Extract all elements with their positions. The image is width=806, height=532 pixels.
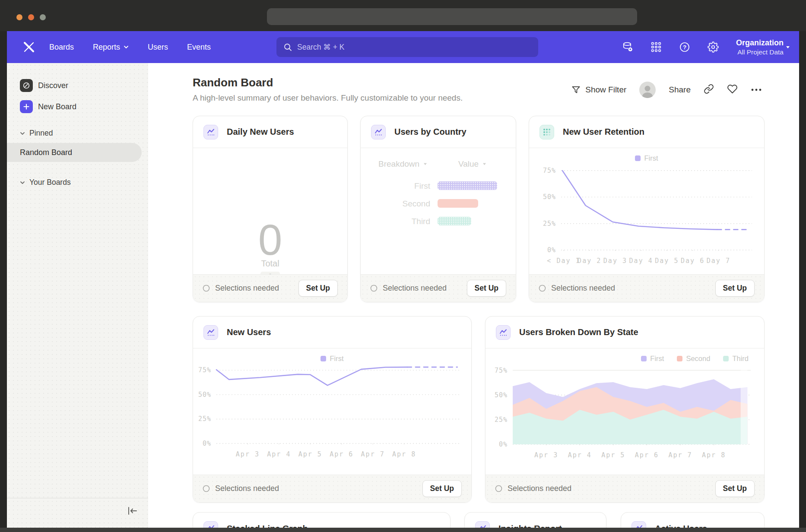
board-actions: Show Filter Share	[571, 82, 762, 98]
sidebar-item-label: Discover	[38, 81, 68, 90]
value-dropdown[interactable]: Value	[458, 159, 487, 169]
card-footer: Selections needed Set Up	[529, 274, 764, 302]
sidebar-section-label: Your Boards	[29, 178, 71, 187]
status-text: Selections needed	[203, 484, 279, 493]
org-switcher[interactable]: Organization All Project Data	[736, 38, 793, 56]
minimize-window-button[interactable]	[28, 14, 34, 20]
svg-text:50%: 50%	[543, 193, 556, 201]
card-new-user-retention: New User Retention First 0%25%50%75%< Da…	[529, 116, 765, 302]
bar-second	[438, 199, 478, 208]
new-users-chart: 0%25%50%75%Apr 3Apr 4Apr 5Apr 6Apr 7Apr …	[193, 349, 471, 476]
help-icon[interactable]: ?	[679, 41, 690, 53]
card-header: Insights Report	[465, 513, 606, 528]
card-title: Users by Country	[394, 127, 466, 137]
sidebar-item-discover[interactable]: Discover	[20, 79, 68, 92]
data-management-icon[interactable]	[622, 41, 633, 53]
search-placeholder: Search ⌘ + K	[297, 43, 344, 52]
sidebar-section-pinned[interactable]: Pinned	[20, 129, 53, 138]
show-filter-button[interactable]: Show Filter	[571, 85, 626, 95]
line-chart-icon	[371, 125, 386, 139]
status-text: Selections needed	[370, 284, 447, 293]
svg-text:Apr 8: Apr 8	[702, 451, 726, 459]
window-bottom-edge	[0, 528, 806, 532]
svg-text:Apr 4: Apr 4	[267, 450, 291, 458]
avatar[interactable]	[639, 82, 656, 98]
svg-text:Apr 8: Apr 8	[392, 450, 416, 458]
show-filter-label: Show Filter	[585, 85, 626, 95]
bar-label: Second	[374, 199, 430, 209]
svg-text:?: ?	[683, 44, 686, 51]
setup-button[interactable]: Set Up	[422, 480, 462, 497]
setup-button[interactable]: Set Up	[298, 280, 338, 297]
apps-grid-icon[interactable]	[651, 41, 662, 53]
sidebar-item-label: New Board	[38, 102, 76, 111]
board-subtitle: A high-level summary of user behaviors. …	[193, 93, 463, 103]
chevron-down-icon	[423, 162, 428, 165]
sidebar-item-random-board[interactable]: Random Board	[7, 143, 142, 162]
metric-value: 0	[193, 217, 347, 262]
chevron-down-icon	[785, 45, 790, 49]
sidebar: Discover New Board Pinned Random Board Y…	[7, 63, 148, 528]
card-users-by-state: Users Broken Down By State FirstSecondTh…	[485, 316, 765, 503]
favorite-heart-icon[interactable]	[727, 84, 738, 96]
more-options-icon[interactable]	[751, 86, 762, 94]
card-header: Active Users	[621, 513, 764, 528]
card-header: New Users	[193, 317, 471, 348]
nav-item-reports[interactable]: Reports	[93, 43, 129, 52]
search-icon	[283, 43, 292, 51]
bar-label: Third	[374, 217, 430, 226]
card-title: Insights Report	[498, 524, 562, 528]
retention-grid-icon	[539, 125, 554, 139]
setup-button[interactable]: Set Up	[715, 280, 755, 297]
sidebar-item-new-board[interactable]: New Board	[20, 100, 76, 113]
share-button[interactable]: Share	[669, 85, 691, 95]
settings-gear-icon[interactable]	[708, 41, 719, 53]
nav-item-users[interactable]: Users	[148, 43, 168, 52]
mixpanel-logo-icon[interactable]	[22, 41, 35, 54]
nav-item-label: Events	[187, 43, 211, 52]
line-chart-icon	[631, 521, 646, 528]
plus-icon	[20, 100, 33, 113]
card-stacked-line-graph: Stacked Line Graph	[193, 512, 451, 528]
bar-first	[438, 181, 497, 190]
line-chart-icon	[475, 521, 490, 528]
svg-text:Day 3: Day 3	[603, 257, 627, 265]
page-title: Random Board	[193, 76, 273, 89]
copy-link-icon[interactable]	[704, 84, 714, 96]
svg-text:Apr 5: Apr 5	[298, 450, 322, 458]
nav-item-label: Reports	[93, 43, 120, 52]
sidebar-item-label: Random Board	[20, 148, 72, 157]
svg-text:0%: 0%	[499, 440, 508, 448]
close-window-button[interactable]	[16, 14, 22, 20]
line-chart-icon	[203, 325, 218, 340]
nav-item-events[interactable]: Events	[187, 43, 211, 52]
retention-chart: 0%25%50%75%< Day 1Day 2Day 3Day 4Day 5Da…	[529, 149, 763, 276]
collapse-sidebar-icon[interactable]	[127, 506, 139, 516]
search-input[interactable]: Search ⌘ + K	[276, 37, 538, 57]
svg-text:75%: 75%	[495, 366, 508, 374]
nav-item-boards[interactable]: Boards	[49, 43, 74, 52]
breakdown-dropdown[interactable]: Breakdown	[378, 159, 428, 169]
breakdown-label: Breakdown	[378, 159, 419, 169]
chevron-down-icon	[20, 181, 25, 184]
url-bar[interactable]	[267, 8, 637, 25]
zoom-window-button[interactable]	[40, 14, 46, 20]
card-header: Daily New Users	[193, 116, 347, 148]
svg-text:Apr 6: Apr 6	[330, 450, 353, 458]
svg-text:Day 2: Day 2	[578, 257, 601, 265]
card-header: Users by Country	[361, 116, 516, 148]
svg-text:50%: 50%	[198, 390, 211, 398]
svg-text:0%: 0%	[203, 440, 211, 447]
sidebar-section-your-boards[interactable]: Your Boards	[20, 178, 71, 187]
status-circle-icon	[370, 285, 378, 292]
value-label: Value	[458, 159, 479, 169]
card-users-by-country: Users by Country Breakdown Value First S…	[360, 116, 516, 302]
setup-button[interactable]: Set Up	[715, 480, 755, 497]
line-chart-icon	[203, 521, 218, 528]
svg-text:25%: 25%	[495, 415, 508, 423]
line-chart-icon	[203, 125, 218, 139]
setup-button[interactable]: Set Up	[467, 280, 506, 297]
status-text: Selections needed	[203, 284, 279, 293]
card-title: Active Users	[655, 524, 707, 528]
bar-third	[438, 217, 471, 225]
